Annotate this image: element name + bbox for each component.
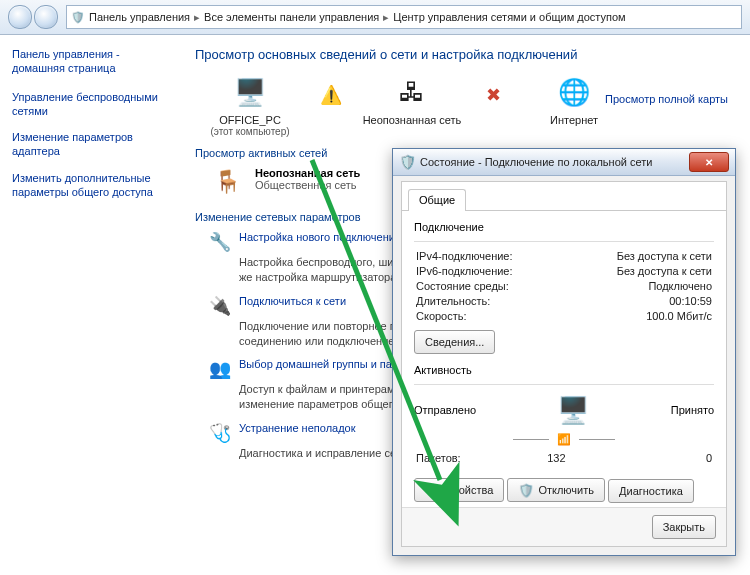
- dialog-title: Состояние - Подключение по локальной сет…: [420, 156, 689, 168]
- chevron-right-icon: ▸: [383, 11, 389, 24]
- nav-forward-button[interactable]: [34, 5, 58, 29]
- nav-back-button[interactable]: [8, 5, 32, 29]
- connect-icon: 🔌: [209, 295, 231, 317]
- chevron-right-icon: ▸: [194, 11, 200, 24]
- group-connection: Подключение: [414, 221, 714, 233]
- computer-icon: 🖥️: [230, 74, 270, 110]
- diagnose-button[interactable]: Диагностика: [608, 479, 694, 503]
- breadcrumb-item[interactable]: Панель управления: [89, 11, 190, 23]
- page-title: Просмотр основных сведений о сети и наст…: [195, 47, 732, 62]
- view-full-map-link[interactable]: Просмотр полной карты: [605, 93, 728, 105]
- troubleshoot-icon: 🩺: [209, 422, 231, 444]
- bench-icon: 🪑: [209, 167, 245, 197]
- shield-icon: 🛡️: [399, 154, 416, 170]
- sidebar-item-sharing[interactable]: Изменить дополнительные параметры общего…: [12, 171, 175, 200]
- network-map: 🖥️ OFFICE_PC (этот компьютер) ⚠️ 🖧 Неопо…: [195, 74, 732, 137]
- properties-button[interactable]: 🛡️Свойства: [414, 478, 504, 502]
- nic-icon: 📶: [557, 433, 571, 446]
- globe-icon: 🌐: [554, 74, 594, 110]
- close-button[interactable]: ✕: [689, 152, 729, 172]
- shield-icon: 🛡️: [425, 483, 441, 498]
- network-icon: 🖧: [392, 74, 432, 110]
- wizard-icon: 🔧: [209, 231, 231, 253]
- group-activity: Активность: [414, 364, 714, 376]
- homegroup-icon: 👥: [209, 358, 231, 380]
- details-button[interactable]: Сведения...: [414, 330, 495, 354]
- shield-icon: 🛡️: [518, 483, 534, 498]
- breadcrumb[interactable]: 🛡️ Панель управления ▸ Все элементы пане…: [66, 5, 742, 29]
- sidebar: Панель управления - домашняя страница Уп…: [0, 35, 185, 575]
- warning-icon: ⚠️: [311, 74, 351, 110]
- breadcrumb-item[interactable]: Все элементы панели управления: [204, 11, 379, 23]
- sidebar-item-wireless[interactable]: Управление беспроводными сетями: [12, 90, 175, 119]
- disable-button[interactable]: 🛡️Отключить: [507, 478, 605, 502]
- breadcrumb-item[interactable]: Центр управления сетями и общим доступом: [393, 11, 625, 23]
- map-node-this-pc[interactable]: 🖥️ OFFICE_PC (этот компьютер): [195, 74, 305, 137]
- tab-general[interactable]: Общие: [408, 189, 466, 211]
- sidebar-home-link[interactable]: Панель управления - домашняя страница: [12, 47, 175, 76]
- sidebar-item-adapter[interactable]: Изменение параметров адаптера: [12, 130, 175, 159]
- close-dialog-button[interactable]: Закрыть: [652, 515, 716, 539]
- computers-icon: 🖥️: [550, 393, 596, 427]
- broken-link-icon: ✖: [473, 74, 513, 110]
- control-panel-icon: 🛡️: [71, 11, 85, 24]
- status-dialog: 🛡️ Состояние - Подключение по локальной …: [392, 148, 736, 556]
- map-node-unknown[interactable]: 🖧 Неопознанная сеть: [357, 74, 467, 126]
